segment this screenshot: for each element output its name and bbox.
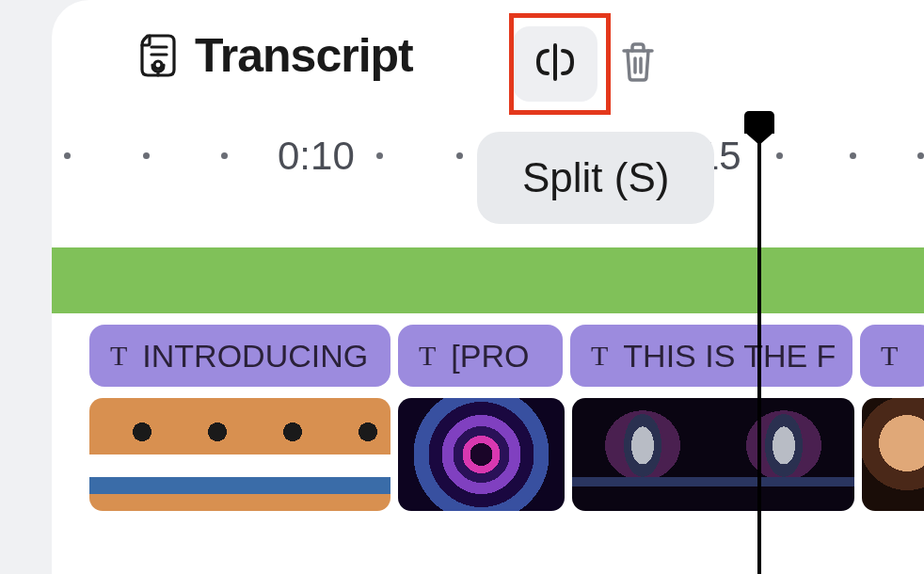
panel-header: Transcript [136, 28, 413, 83]
ruler-tick [376, 152, 383, 159]
video-thumbnail [165, 398, 240, 511]
text-icon: T [591, 340, 608, 372]
video-thumbnail [315, 398, 390, 511]
playhead[interactable] [757, 111, 761, 574]
split-button[interactable] [513, 26, 597, 102]
video-thumbnail [240, 398, 315, 511]
ruler-tick [64, 152, 71, 159]
text-clip[interactable]: T[PRO [398, 325, 563, 387]
text-clip-label: INTRODUCING [142, 338, 368, 375]
transcript-icon [136, 32, 178, 79]
playhead-handle[interactable] [744, 111, 774, 134]
panel-title: Transcript [195, 28, 413, 83]
ruler-tick [776, 152, 783, 159]
ruler-tick [456, 152, 463, 159]
video-thumbnail [89, 398, 165, 511]
editor-panel: Transcript [52, 0, 924, 574]
text-clip[interactable]: TINTRODUCING [89, 325, 390, 387]
text-icon: T [419, 340, 436, 372]
video-clip[interactable] [862, 398, 924, 511]
ruler-tick [850, 152, 856, 159]
split-icon [531, 38, 580, 90]
video-thumbnail [862, 398, 924, 511]
text-icon: T [110, 340, 127, 372]
text-clip[interactable]: TTHIS IS THE F [570, 325, 852, 387]
ruler-tick [917, 152, 924, 159]
video-thumbnail [713, 398, 854, 511]
ruler-label-0: 0:10 [278, 134, 355, 179]
video-clip[interactable] [89, 398, 390, 511]
split-tooltip: Split (S) [477, 132, 714, 224]
video-track[interactable] [52, 398, 924, 511]
video-thumbnail [572, 398, 713, 511]
svg-point-0 [154, 61, 162, 69]
text-icon: T [881, 340, 898, 372]
text-track[interactable]: TINTRODUCINGT[PROTTHIS IS THE FT [52, 325, 924, 387]
video-clip[interactable] [398, 398, 565, 511]
text-clip-label: THIS IS THE F [623, 338, 836, 375]
toolbar [513, 26, 661, 102]
trash-icon [619, 41, 657, 87]
text-clip-label: [PRO [451, 338, 529, 375]
ruler-tick [221, 152, 228, 159]
video-clip[interactable] [572, 398, 854, 511]
ruler-tick [143, 152, 150, 159]
video-thumbnail [398, 398, 565, 511]
text-clip[interactable]: T [860, 325, 924, 387]
delete-button[interactable] [614, 40, 661, 88]
audio-track[interactable] [52, 247, 924, 313]
